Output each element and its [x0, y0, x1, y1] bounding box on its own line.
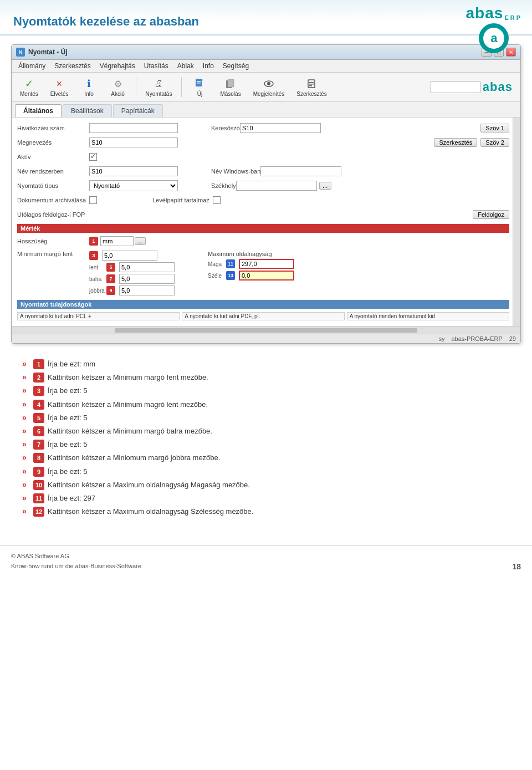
instr-item-12: » 12 Kattintson kétszer a Maximum oldaln…	[22, 507, 510, 517]
hivatkozasi-szam-label: Hivatkozási szám	[17, 125, 89, 131]
footer-tagline: Know-how rund um die abas-Business-Softw…	[11, 562, 141, 572]
nev-windows-input[interactable]	[260, 166, 341, 176]
hivatkozasi-szam-input[interactable]	[89, 123, 178, 133]
tab-beallitasok[interactable]: Beállítások	[63, 104, 112, 117]
megnevezes-label: Megnevezés	[17, 139, 89, 146]
toolbar-dropdown[interactable]	[431, 81, 480, 93]
menu-allomany[interactable]: Állomány	[14, 61, 50, 71]
arrow-12: »	[22, 507, 30, 516]
prop-text-3: A nyomtató minden formátumot kid	[350, 313, 436, 319]
dokumentum-arch-checkbox[interactable]	[89, 196, 97, 204]
instr-item-4: » 4 Kattintson kétszer a Minimum magró l…	[22, 400, 510, 410]
window-icon: N	[16, 48, 25, 57]
levelpapir-checkbox[interactable]	[213, 196, 221, 204]
szekhelye-browse-button[interactable]: ...	[319, 182, 331, 190]
nev-windows-label: Név Windows-ban	[178, 168, 260, 175]
gear-icon: ⚙	[111, 77, 125, 90]
tab-papirtalcak[interactable]: Papírtálcák	[113, 104, 163, 117]
jobbra-num-badge: 9	[106, 286, 115, 295]
edit-icon	[305, 77, 319, 90]
horizontal-scrollbar[interactable]	[12, 326, 520, 334]
menu-ablak[interactable]: Ablak	[173, 61, 198, 71]
uj-button[interactable]: Új	[186, 75, 213, 99]
megjelenitess-button[interactable]: Megjelenítés	[248, 75, 290, 99]
nyomtato-tulajd-header: Nyomtató tulajdonságok	[17, 300, 509, 309]
szekhelye-label: Székhely	[178, 182, 236, 189]
maga-input[interactable]	[239, 259, 294, 269]
instr-text-9: Írja be ezt: 5	[48, 467, 88, 477]
aktiv-row: Aktív	[17, 151, 509, 163]
maga-text-label: Maga	[208, 261, 224, 267]
info-button[interactable]: ℹ Info	[76, 75, 103, 99]
min-margo-label: Minimum margó fent	[17, 251, 89, 257]
hosszuseg-browse-button[interactable]: ...	[135, 237, 146, 245]
mentes-label: Mentés	[20, 91, 38, 97]
margin-values-col: 3 lent 5 balra 7	[89, 251, 175, 295]
lent-input[interactable]	[119, 262, 175, 272]
szerkesztes-toolbar-button[interactable]: Szerkesztés	[291, 75, 331, 99]
mentes-button[interactable]: ✓ Mentés	[15, 75, 43, 99]
arrow-9: »	[22, 467, 30, 476]
elvetes-button[interactable]: ✕ Elvetés	[45, 75, 74, 99]
szele-input[interactable]	[239, 271, 294, 281]
nyomtatas-label: Nyomtatás	[146, 91, 172, 97]
hosszuseg-input[interactable]	[100, 236, 134, 246]
menu-utasitas[interactable]: Utasítás	[140, 61, 173, 71]
svg-rect-11	[309, 85, 312, 86]
max-oldalnagy-label: Maximum oldalnagyság	[208, 251, 294, 257]
akcio-label: Akció	[111, 91, 124, 97]
check-icon: ✓	[22, 77, 35, 90]
fent-input[interactable]	[102, 251, 157, 261]
arrow-1: »	[22, 359, 30, 368]
jobbra-input[interactable]	[119, 285, 175, 295]
instr-text-3: Írja be ezt: 5	[48, 386, 88, 396]
arrow-7: »	[22, 440, 30, 448]
szekhelye-input[interactable]	[236, 181, 317, 191]
keresoszo-input[interactable]	[240, 123, 321, 133]
arrow-5: »	[22, 413, 30, 422]
menu-bar: Állomány Szerkesztés Végrehajtás Utasítá…	[12, 60, 520, 73]
szov2-button[interactable]: Szöv 2	[480, 138, 509, 147]
info-icon: ℹ	[83, 77, 96, 90]
copy-icon	[224, 77, 237, 90]
toolbar: ✓ Mentés ✕ Elvetés ℹ Info ⚙ Akció 🖨 Nyom…	[12, 73, 520, 102]
abas-logo-inner: a	[483, 28, 504, 49]
szerkesztes-button[interactable]: Szerkesztés	[434, 138, 477, 147]
instr-text-8: Kattintson kétszer a Miniomum margó jobb…	[48, 453, 220, 463]
window-frame: N Nyomtat - Új ─ □ ✕ Állomány Szerkeszté…	[11, 44, 521, 344]
utolagos-row: Utólagos feldolgoz-i FOP Feldolgoz	[17, 208, 509, 221]
menu-info[interactable]: Info	[198, 61, 218, 71]
megnevezes-input[interactable]	[89, 137, 178, 147]
feldolgoz-button[interactable]: Feldolgoz	[473, 210, 509, 219]
scroll-thumb	[115, 328, 417, 333]
hivatkozasi-row: Hivatkozási szám Keresőszó Szöv 1	[17, 122, 509, 134]
arrow-10: »	[22, 480, 30, 489]
nev-rendszerben-input[interactable]	[89, 166, 178, 176]
nev-rendszerben-label: Név rendszerben	[17, 168, 89, 175]
maga-row: Maga 11	[208, 259, 294, 269]
keresoszo-label: Keresőszó	[178, 125, 240, 131]
menu-szerkesztes[interactable]: Szerkesztés	[50, 61, 95, 71]
masolas-button[interactable]: Másolás	[215, 75, 245, 99]
fent-num-badge: 3	[89, 251, 98, 260]
instr-text-11: Írja be ezt: 297	[48, 493, 95, 503]
instr-text-4: Kattintson kétszer a Minimum magró lent …	[48, 400, 208, 410]
balra-input[interactable]	[119, 274, 175, 284]
nyomtatas-button[interactable]: 🖨 Nyomtatás	[141, 75, 177, 99]
vertical-scrollbar[interactable]	[513, 118, 520, 326]
instr-item-2: » 2 Kattintson kétszer a Minimum margó f…	[22, 373, 510, 383]
megnevezes-row: Megnevezés Szerkesztés Szöv 2	[17, 136, 509, 149]
nyomtato-tipus-select[interactable]: Nyomtató	[89, 180, 178, 191]
menu-vegrehajtás[interactable]: Végrehajtás	[95, 61, 140, 71]
tab-altalanos[interactable]: Általános	[15, 104, 62, 117]
aktiv-checkbox[interactable]	[89, 153, 97, 161]
window-titlebar: N Nyomtat - Új ─ □ ✕	[12, 45, 520, 60]
szov1-button[interactable]: Szöv 1	[480, 124, 509, 132]
instr-item-10: » 10 Kattintson kétszer a Maximum oldaln…	[22, 480, 510, 490]
menu-segitseg[interactable]: Segítség	[218, 61, 253, 71]
szele-row: Széle 13	[208, 271, 294, 281]
prop-cell-2: A nyomtató ki tud adni PDF, pl.	[182, 312, 344, 320]
sy-text: sy	[438, 335, 444, 342]
form-content: Hivatkozási szám Keresőszó Szöv 1 Megnev…	[12, 118, 520, 326]
akcio-button[interactable]: ⚙ Akció	[105, 75, 131, 99]
